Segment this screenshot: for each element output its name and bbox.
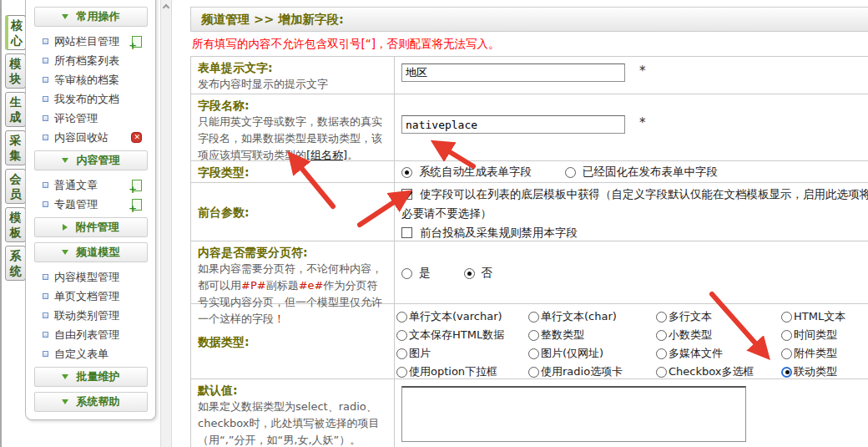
tab-members[interactable]: 会员 — [5, 169, 26, 204]
radio-multimedia[interactable] — [656, 348, 667, 359]
desc-code: #P# — [241, 279, 266, 292]
radio-datetime[interactable] — [781, 330, 792, 341]
menu-section-title: 内容管理 — [77, 153, 120, 168]
menu-item-label: 内容回收站 — [54, 130, 108, 145]
radio-label: HTML文本 — [794, 309, 845, 324]
tab-generate[interactable]: 生成 — [5, 92, 26, 127]
radio-pagebreak-no[interactable] — [464, 268, 475, 279]
field-name-input[interactable] — [401, 115, 625, 134]
menu-item-label: 普通文章 — [54, 178, 98, 193]
radio-label: 多行文本 — [669, 309, 712, 324]
radio-varchar[interactable] — [396, 312, 407, 323]
tab-modules[interactable]: 模块 — [5, 53, 26, 89]
menu-item-free-lists[interactable]: 自由列表管理 — [26, 325, 155, 344]
menu-item-label: 所有档案列表 — [54, 53, 119, 69]
radio-label: 小数类型 — [669, 328, 712, 343]
menu-item-label: 内容模型管理 — [54, 270, 119, 285]
radio-checkbox-multi[interactable] — [656, 367, 667, 378]
menu-section-channel-models[interactable]: 频道模型 — [34, 242, 148, 262]
scroll-up-button[interactable] — [161, 0, 171, 13]
radio-image-url[interactable] — [528, 348, 539, 359]
field-desc: 只能用英文字母或数字，数据表的真实字段名，如果数据类型是联动类型，该项应该填写联… — [198, 114, 387, 164]
add-document-icon[interactable] — [132, 36, 142, 48]
tab-label: 模块 — [9, 56, 22, 86]
menu-item-my-documents[interactable]: 我发布的文档 — [26, 89, 155, 109]
menu-section-system-help[interactable]: 系统帮助 — [34, 392, 148, 412]
radio-label: 单行文本(varchar) — [409, 309, 502, 324]
form-tip-input[interactable] — [401, 63, 625, 82]
menu-item-single-page-docs[interactable]: 单页文档管理 — [26, 287, 155, 306]
radio-linked-type[interactable] — [781, 367, 792, 378]
tab-templates[interactable]: 模板 — [5, 207, 26, 242]
chevron-down-icon — [62, 250, 68, 255]
desc-code: #e# — [299, 279, 324, 292]
menu-item-pending-archives[interactable]: 等审核的档案 — [26, 70, 155, 89]
radio-multiline-text[interactable] — [656, 312, 667, 323]
tab-collect[interactable]: 采集 — [5, 130, 26, 165]
field-desc: 如果定义数据类型为select、radio、checkbox时，此处填写被选择的… — [198, 399, 387, 447]
checkbox-list-template[interactable] — [401, 189, 412, 200]
tab-system[interactable]: 系统 — [5, 246, 26, 281]
radio-label: 时间类型 — [794, 328, 837, 343]
radio-label: 联动类型 — [794, 364, 837, 379]
desc-text: 。 — [347, 149, 358, 161]
menu-section-common[interactable]: 常用操作 — [34, 7, 148, 27]
menu-item-normal-article[interactable]: 普通文章 — [26, 175, 155, 195]
radio-integer[interactable] — [528, 330, 539, 341]
tab-label: 生成 — [9, 94, 22, 124]
menu-section-title: 附件管理 — [76, 220, 119, 235]
required-marker: * — [639, 115, 646, 130]
radio-label: 使用radio选项卡 — [541, 364, 623, 379]
chevron-down-icon — [62, 374, 68, 379]
radio-fixed-in-form[interactable] — [565, 167, 576, 178]
bullet-icon — [43, 351, 48, 357]
radio-auto-generate[interactable] — [401, 167, 412, 178]
checkbox-disable-front-submit[interactable] — [401, 227, 412, 238]
menu-item-content-models[interactable]: 内容模型管理 — [26, 267, 155, 287]
radio-text-html-data[interactable] — [396, 330, 407, 341]
add-document-icon[interactable] — [132, 199, 142, 211]
radio-pagebreak-yes[interactable] — [401, 268, 412, 279]
radio-char[interactable] — [528, 312, 539, 323]
radio-label: 多媒体文件 — [669, 346, 723, 361]
row-form-tip: 表单提示文字: 发布内容时显示的提示文字 * — [191, 57, 868, 94]
module-tabs: 核心 模块 生成 采集 会员 模板 系统 — [5, 15, 27, 284]
menu-section-content[interactable]: 内容管理 — [34, 150, 148, 170]
add-document-icon[interactable] — [132, 180, 142, 191]
radio-radio-tabs[interactable] — [528, 367, 539, 378]
menu-section-attachments[interactable]: 附件管理 — [34, 217, 148, 237]
chevron-down-icon — [62, 399, 68, 404]
radio-label: 已经固化在发布表单中字段 — [583, 165, 718, 180]
required-marker: * — [639, 63, 646, 79]
menu-item-custom-forms[interactable]: 自定义表单 — [26, 344, 155, 363]
radio-html-text[interactable] — [781, 312, 792, 323]
field-label: 字段类型: — [198, 164, 387, 180]
radio-label: 整数类型 — [541, 328, 584, 343]
menu-section-batch-maintenance[interactable]: 批量维护 — [34, 367, 148, 387]
default-value-textarea[interactable] — [401, 386, 746, 442]
radio-option-dropdown[interactable] — [396, 367, 407, 378]
menu-item-site-columns[interactable]: 网站栏目管理 — [26, 32, 155, 51]
group-name-link[interactable]: [组名称] — [306, 149, 347, 161]
menu-section-title: 常用操作 — [77, 9, 120, 24]
menu-item-recycle-bin[interactable]: 内容回收站 — [26, 128, 155, 147]
field-label: 数据类型: — [198, 333, 250, 350]
menu-item-comments[interactable]: 评论管理 — [26, 109, 155, 128]
menu-item-all-archives[interactable]: 所有档案列表 — [26, 51, 155, 70]
menu-item-special-topics[interactable]: 专题管理 — [26, 195, 155, 214]
desc-text: 副标题 — [266, 279, 299, 292]
radio-label: Checkbox多选框 — [669, 364, 754, 379]
menu-item-linked-categories[interactable]: 联动类别管理 — [26, 306, 155, 325]
chevron-down-icon — [62, 14, 68, 19]
radio-decimal[interactable] — [656, 330, 667, 341]
menu-item-label: 单页文档管理 — [54, 289, 119, 304]
recycle-bin-icon — [131, 132, 142, 143]
bullet-icon — [43, 96, 48, 102]
sidebar-scrollbar[interactable] — [160, 0, 172, 447]
menu-item-label: 联动类别管理 — [54, 308, 119, 323]
field-label: 内容是否需要分页符: — [198, 244, 387, 261]
radio-attachment[interactable] — [781, 348, 792, 359]
menu-item-label: 等审核的档案 — [54, 73, 119, 88]
radio-image[interactable] — [396, 348, 407, 359]
tab-core[interactable]: 核心 — [5, 15, 26, 50]
